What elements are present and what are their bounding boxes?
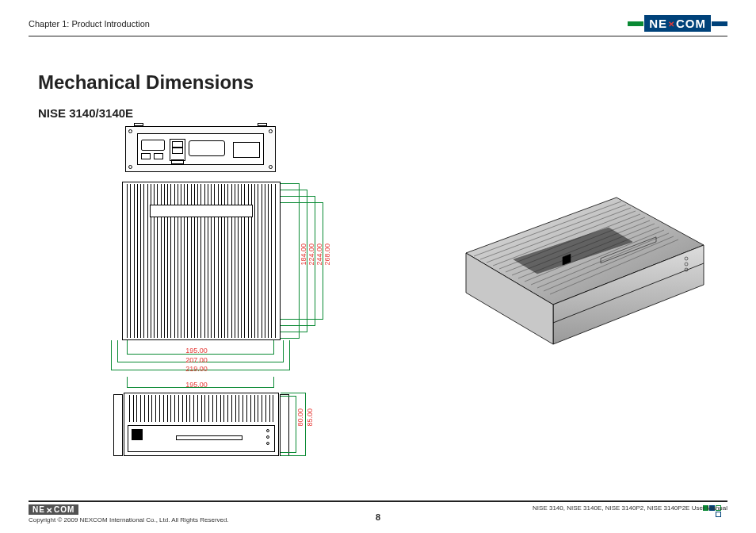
- isometric-3d-view: [418, 174, 720, 364]
- chapter-label: Chapter 1: Product Introduction: [29, 19, 150, 29]
- dim-depth-1: 184.00: [300, 243, 307, 266]
- dim-depth-3: 244.00: [315, 243, 323, 266]
- footer-logo: NE✕COM: [29, 504, 78, 515]
- dim-height-1: 80.00: [296, 408, 304, 427]
- nexcom-logo: NE ✕ COM: [628, 15, 727, 32]
- dim-depth-2: 224.00: [307, 243, 315, 266]
- top-bar: Chapter 1: Product Introduction NE ✕ COM: [29, 14, 727, 36]
- page-title: Mechanical Dimensions: [38, 71, 727, 94]
- logo-x-icon: ✕: [668, 20, 675, 29]
- copyright-text: Copyright © 2009 NEXCOM International Co…: [29, 516, 229, 523]
- manual-reference: NISE 3140, NISE 3140E, NISE 3140P2, NISE…: [533, 504, 727, 512]
- dim-width-3: 219.00: [173, 365, 220, 373]
- page-number: 8: [376, 512, 380, 522]
- dim-depth-4: 268.00: [323, 243, 331, 266]
- front-panel-view: [124, 393, 279, 456]
- dim-width-1: 195.00: [173, 347, 220, 355]
- rear-panel-view: [125, 126, 276, 172]
- mechanical-drawings: 184.00 224.00 244.00 268.00 195.00 207.0…: [38, 126, 720, 491]
- content-area: Mechanical Dimensions NISE 3140/3140E: [29, 36, 727, 491]
- logo-text-right: COM: [676, 17, 706, 30]
- dim-width-4: 195.00: [173, 381, 220, 389]
- page-subtitle: NISE 3140/3140E: [38, 106, 727, 120]
- logo-text-left: NE: [649, 17, 667, 30]
- top-heatsink-view: [122, 182, 281, 340]
- dim-width-2: 207.00: [173, 356, 220, 364]
- dim-height-2: 85.00: [306, 408, 314, 427]
